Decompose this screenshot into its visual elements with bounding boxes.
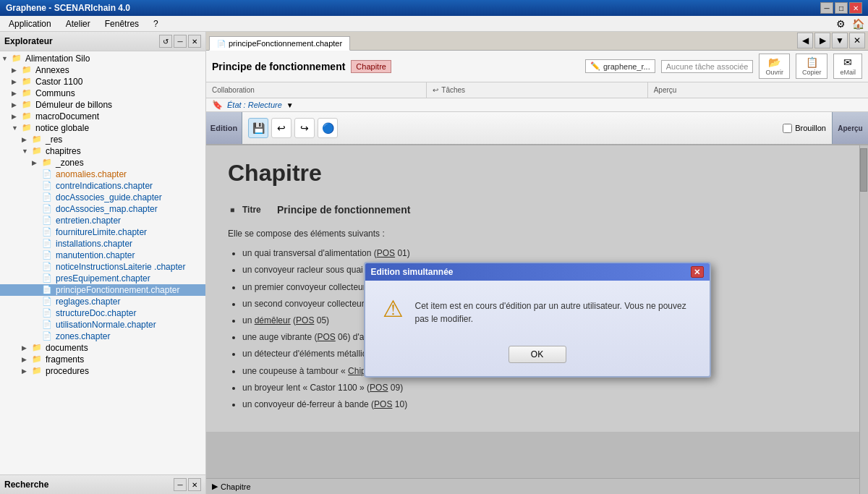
tree-item-zones-folder[interactable]: ▶ 📁 _zones [0,157,205,169]
tree-item-alimentation-silo[interactable]: ▼ 📁 Alimentation Silo [0,53,205,64]
modal-body: ⚠ Cet item est en cours d'édition par un… [365,281,710,340]
tree-item-contreindications[interactable]: ▶ 📄 contreIndications.chapter [0,180,205,192]
modal-titlebar: Edition simultannée ✕ [365,263,710,281]
tree-item-reglages[interactable]: ▶ 📄 reglages.chapter [0,296,205,307]
tab-bar: 📄 principeFonctionnement.chapter ◀ ▶ ▼ ✕ [206,32,868,51]
menu-atelier[interactable]: Atelier [60,17,96,30]
tree-item-manutention[interactable]: ▶ 📄 manutention.chapter [0,250,205,261]
modal-close-button[interactable]: ✕ [691,266,704,278]
tree-item-castor1100[interactable]: ▶ 📁 Castor 1100 [0,76,205,88]
nav-close-button[interactable]: ✕ [849,33,865,48]
edition-buttons: 💾 ↩ ↪ 🔵 Brouillon [242,112,832,144]
copier-button[interactable]: 📋 Copier [796,54,828,79]
app-title: Graphene - SCENARIchain 4.0 [6,3,130,13]
save-button[interactable]: 💾 [248,118,268,138]
undo-button[interactable]: ↩ [271,118,292,138]
nav-forward-button[interactable]: ▶ [814,33,830,48]
redo-button[interactable]: ↪ [294,118,315,138]
nav-back-button[interactable]: ◀ [797,33,813,48]
graphene-badge-text: graphene_r... [603,62,650,71]
minimize-button[interactable]: ─ [820,2,833,14]
tree-item-structuredoc[interactable]: ▶ 📄 structureDoc.chapter [0,307,205,319]
tree-item-docassocies-map[interactable]: ▶ 📄 docAssocies_map.chapter [0,203,205,215]
sidebar-footer-title: Recherche [4,480,48,490]
sidebar-footer: Recherche ─ ✕ [0,474,205,494]
modal-title: Edition simultannée [371,267,454,277]
window-controls[interactable]: ─ □ ✕ [820,2,862,14]
tree-item-fragments[interactable]: ▶ 📁 fragments [0,354,205,365]
tree-item-anomalies[interactable]: ▶ 📄 anomalies.chapter [0,169,205,180]
nav-dropdown-button[interactable]: ▼ [832,33,848,48]
tree-item-procedures[interactable]: ▶ 📁 procedures [0,365,205,377]
menu-fenetres[interactable]: Fenêtres [99,17,145,30]
state-bar: 🔖 État : Relecture ▼ [206,98,868,112]
tree-item-communs[interactable]: ▶ 📁 Communs [0,88,205,99]
tree-item-entretien[interactable]: ▶ 📄 entretien.chapter [0,215,205,226]
doc-title: Principe de fonctionnement [212,61,345,72]
sidebar-tree: ▼ 📁 Alimentation Silo ▶ 📁 Annexes ▶ 📁 Ca… [0,51,205,474]
state-dropdown-arrow[interactable]: ▼ [286,101,294,109]
apercu-label: Aperçu [654,86,677,94]
tree-item-notice-globale[interactable]: ▼ 📁 notice globale [0,122,205,134]
sidebar-footer-buttons: ─ ✕ [174,478,201,491]
tree-item-principeFonctionnement[interactable]: ▶ 📄 principeFonctionnement.chapter [0,284,205,296]
tree-item-res[interactable]: ▶ 📁 _res [0,134,205,145]
pencil-icon: ✏️ [590,61,600,71]
ouvrir-icon: 📂 [768,56,780,68]
tree-item-macrodocument[interactable]: ▶ 📁 macroDocument [0,111,205,122]
tab-nav-right: ◀ ▶ ▼ ✕ [797,33,865,50]
settings-icon[interactable]: ⚙ [833,17,848,31]
sidebar-footer-minimize[interactable]: ─ [174,478,187,491]
tab-principe-fonctionnement[interactable]: 📄 principeFonctionnement.chapter [209,36,350,51]
tree-item-annexes[interactable]: ▶ 📁 Annexes [0,64,205,76]
sidebar-close-button[interactable]: ✕ [188,35,201,48]
bookmark-icon: 🔖 [212,100,223,110]
brouillon-label: Brouillon [795,124,826,132]
email-button[interactable]: ✉ eMail [833,54,862,79]
title-bar: Graphene - SCENARIchain 4.0 ─ □ ✕ [0,0,868,16]
main-layout: Explorateur ↺ ─ ✕ ▼ 📁 Alimentation Silo … [0,32,868,494]
tree-item-chapitres[interactable]: ▼ 📁 chapitres [0,145,205,157]
menu-bar: Application Atelier Fenêtres ? ⚙ 🏠 [0,16,868,32]
apercu-sidebar-button[interactable]: Aperçu [832,112,868,144]
tab-label: principeFonctionnement.chapter [229,39,342,48]
menu-help[interactable]: ? [148,17,164,30]
tree-item-installations[interactable]: ▶ 📄 installations.chapter [0,238,205,250]
tree-item-presequipement[interactable]: ▶ 📄 presEquipement.chapter [0,273,205,284]
edition-label: Edition [206,112,242,144]
modal-dialog: Edition simultannée ✕ ⚠ Cet item est en … [364,262,711,378]
secondary-bar: Collaboration ↩ Tâches Aperçu [206,82,868,98]
tree-item-utilisationnormale[interactable]: ▶ 📄 utilisationNormale.chapter [0,319,205,331]
state-text: État : Relecture [227,101,282,109]
sidebar-refresh-button[interactable]: ↺ [159,35,172,48]
home-icon[interactable]: 🏠 [851,17,865,31]
sidebar-title: Explorateur [4,36,53,46]
tree-item-documents[interactable]: ▶ 📁 documents [0,342,205,354]
content-area: 📄 principeFonctionnement.chapter ◀ ▶ ▼ ✕… [206,32,868,494]
apercu-section: Aperçu [648,82,868,98]
tree-item-fourniturelimite[interactable]: ▶ 📄 fournitureLimite.chapter [0,226,205,238]
menu-application[interactable]: Application [3,17,57,30]
tree-item-noticeinstructions[interactable]: ▶ 📄 noticeInstructionsLaiterie .chapter [0,261,205,273]
tab-file-icon: 📄 [217,40,226,48]
collab-section: Collaboration [206,82,427,98]
ouvrir-button[interactable]: 📂 Ouvrir [759,54,790,79]
info-button[interactable]: 🔵 [318,118,338,138]
brouillon-checkbox[interactable] [783,124,792,133]
modal-ok-button[interactable]: OK [509,346,566,363]
warning-icon: ⚠ [383,295,404,323]
sidebar-minimize-button[interactable]: ─ [174,35,187,48]
menu-items: Application Atelier Fenêtres ? [3,17,164,30]
edition-label-text: Edition [210,124,237,132]
ouvrir-label: Ouvrir [765,69,783,76]
maximize-button[interactable]: □ [835,2,848,14]
menu-icon-area: ⚙ 🏠 [833,17,865,31]
tree-item-docassocies-guide[interactable]: ▶ 📄 docAssocies_guide.chapter [0,192,205,203]
doc-toolbar: Principe de fonctionnement Chapitre ✏️ g… [206,51,868,82]
close-button[interactable]: ✕ [849,2,862,14]
tree-item-demuleur[interactable]: ▶ 📁 Démuleur de billons [0,99,205,111]
tree-item-zones[interactable]: ▶ 📄 zones.chapter [0,331,205,342]
apercu-sidebar-label: Aperçu [838,124,862,132]
taches-icon: ↩ [433,86,438,94]
sidebar-footer-close[interactable]: ✕ [188,478,201,491]
